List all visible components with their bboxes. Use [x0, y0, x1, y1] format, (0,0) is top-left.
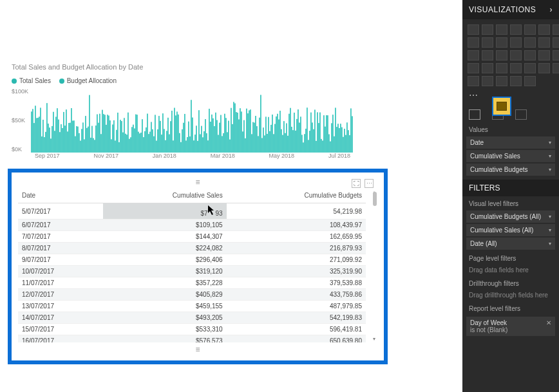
- viz-type-icon[interactable]: [482, 63, 493, 73]
- table-scroll[interactable]: Date Cumulative Sales Cumulative Budgets…: [18, 189, 377, 342]
- svg-rect-195: [282, 135, 283, 153]
- viz-type-icon[interactable]: [468, 76, 479, 86]
- table-viz-selected-icon[interactable]: [492, 97, 511, 116]
- col-header[interactable]: Cumulative Budgets: [227, 189, 366, 203]
- viz-type-icon[interactable]: [524, 63, 536, 73]
- chevron-down-icon[interactable]: ▾: [549, 241, 551, 247]
- field-pill[interactable]: Cumulative Sales▾: [466, 150, 555, 162]
- svg-rect-87: [143, 137, 144, 153]
- svg-rect-109: [171, 111, 173, 153]
- drop-hint[interactable]: Drag data fields here: [462, 264, 559, 276]
- chevron-down-icon[interactable]: ▾: [549, 227, 551, 233]
- svg-rect-209: [300, 117, 301, 153]
- fields-tab-icon[interactable]: [469, 109, 480, 120]
- viz-type-icon[interactable]: [524, 24, 536, 35]
- svg-rect-106: [167, 118, 169, 153]
- table-row[interactable]: 9/07/2017$296,406271,099.92: [18, 254, 366, 266]
- viz-type-icon[interactable]: [496, 76, 507, 86]
- svg-rect-26: [64, 126, 66, 153]
- viz-type-icon[interactable]: [468, 37, 479, 48]
- svg-rect-150: [224, 114, 225, 153]
- viz-type-icon[interactable]: [538, 63, 550, 73]
- svg-rect-6: [39, 117, 40, 153]
- svg-rect-187: [272, 115, 273, 153]
- close-icon[interactable]: ✕: [546, 319, 551, 333]
- col-header[interactable]: Date: [18, 189, 103, 203]
- viz-type-icon[interactable]: [496, 24, 507, 35]
- viz-type-icon[interactable]: [553, 50, 559, 61]
- viz-type-icon[interactable]: [482, 76, 493, 86]
- chevron-down-icon[interactable]: ▾: [549, 140, 551, 145]
- chevron-down-icon[interactable]: ▾: [549, 167, 551, 173]
- filter-pill[interactable]: Cumulative Sales (All)▾: [466, 224, 555, 236]
- filter-pill[interactable]: Cumulative Budgets (All)▾: [466, 210, 555, 223]
- viz-type-icon[interactable]: [524, 37, 536, 48]
- legend-item[interactable]: Total Sales: [12, 77, 51, 84]
- viz-type-icon[interactable]: [482, 24, 493, 35]
- viz-type-icon[interactable]: [510, 50, 522, 61]
- viz-type-icon[interactable]: [468, 50, 479, 61]
- viz-type-icon[interactable]: [538, 37, 550, 48]
- viz-type-icon[interactable]: [482, 50, 493, 61]
- scroll-thumb[interactable]: [373, 192, 377, 206]
- drillthrough-label: Drillthrough filters: [462, 276, 559, 289]
- viz-type-icon[interactable]: [538, 50, 550, 61]
- panel-header[interactable]: VISUALIZATIONS ›: [462, 0, 559, 19]
- drop-hint[interactable]: Drag drillthrough fields here: [462, 289, 559, 301]
- focus-mode-icon[interactable]: ⛶: [352, 179, 361, 188]
- viz-type-icon[interactable]: [468, 24, 479, 35]
- svg-rect-159: [236, 112, 237, 153]
- report-filter-pill[interactable]: Day of Week is not (Blank) ✕: [466, 317, 555, 336]
- chart-visual[interactable]: Total Sales and Budget Allocation by Dat…: [12, 63, 372, 159]
- chevron-down-icon[interactable]: ▾: [549, 214, 551, 219]
- svg-rect-127: [194, 135, 196, 153]
- viz-type-grid: [462, 19, 559, 89]
- analytics-tab-icon[interactable]: [515, 109, 527, 120]
- svg-rect-113: [176, 111, 178, 153]
- table-row[interactable]: 8/07/2017$224,082216,879.93: [18, 243, 366, 254]
- table-row[interactable]: 6/07/2017$109,105108,439.97: [18, 219, 366, 231]
- viz-type-icon[interactable]: [496, 37, 507, 48]
- table-row[interactable]: 10/07/2017$319,120325,319.90: [18, 266, 366, 277]
- scroll-down-icon[interactable]: ▾: [371, 336, 377, 342]
- svg-rect-170: [250, 109, 251, 153]
- svg-rect-178: [260, 95, 261, 153]
- svg-rect-144: [216, 120, 218, 153]
- table-row[interactable]: 16/07/2017$576,573650,639.80: [18, 335, 366, 343]
- svg-rect-215: [308, 140, 309, 153]
- table-row[interactable]: 7/07/2017$144,307162,659.95: [18, 231, 366, 243]
- drag-handle-icon[interactable]: ≡: [18, 345, 377, 354]
- viz-type-icon[interactable]: [524, 76, 536, 86]
- table-row[interactable]: 13/07/2017$459,155487,979.85: [18, 301, 366, 312]
- viz-type-icon[interactable]: [510, 24, 522, 35]
- field-pill[interactable]: Date▾: [466, 136, 555, 149]
- viz-type-icon[interactable]: [553, 37, 559, 48]
- drag-handle-icon[interactable]: ≡: [18, 178, 377, 187]
- viz-type-icon[interactable]: [510, 63, 522, 73]
- col-header[interactable]: Cumulative Sales: [103, 189, 226, 203]
- viz-type-icon[interactable]: [510, 76, 522, 86]
- filters-header[interactable]: FILTERS: [462, 180, 559, 196]
- table-row[interactable]: 15/07/2017$533,310596,419.81: [18, 324, 366, 335]
- chevron-down-icon[interactable]: ▾: [549, 153, 551, 159]
- viz-type-icon[interactable]: [496, 50, 507, 61]
- viz-type-icon[interactable]: [524, 50, 536, 61]
- table-visual-selected[interactable]: ≡ ⛶ ⋯ Date Cumulative Sales Cumulative B…: [8, 169, 388, 364]
- table-row[interactable]: 14/07/2017$493,205542,199.83: [18, 312, 366, 324]
- table-row[interactable]: 5/07/2017$79354,219.98: [18, 203, 366, 219]
- viz-type-icon[interactable]: [468, 63, 479, 73]
- table-row[interactable]: 11/07/2017$357,228379,539.88: [18, 277, 366, 289]
- viz-type-icon[interactable]: [496, 63, 507, 73]
- viz-type-icon[interactable]: [482, 37, 493, 48]
- viz-type-icon[interactable]: [510, 37, 522, 48]
- field-pill[interactable]: Cumulative Budgets▾: [466, 163, 555, 176]
- viz-type-icon[interactable]: [538, 24, 550, 35]
- scrollbar[interactable]: ▴ ▾: [371, 189, 377, 342]
- table-row[interactable]: 12/07/2017$405,829433,759.86: [18, 289, 366, 301]
- filter-pill[interactable]: Date (All)▾: [466, 238, 555, 250]
- chevron-right-icon[interactable]: ›: [550, 5, 553, 14]
- legend-item[interactable]: Budget Allocation: [59, 77, 117, 84]
- viz-type-icon[interactable]: [553, 24, 559, 35]
- more-options-icon[interactable]: ⋯: [365, 179, 374, 188]
- viz-type-icon[interactable]: [553, 63, 559, 73]
